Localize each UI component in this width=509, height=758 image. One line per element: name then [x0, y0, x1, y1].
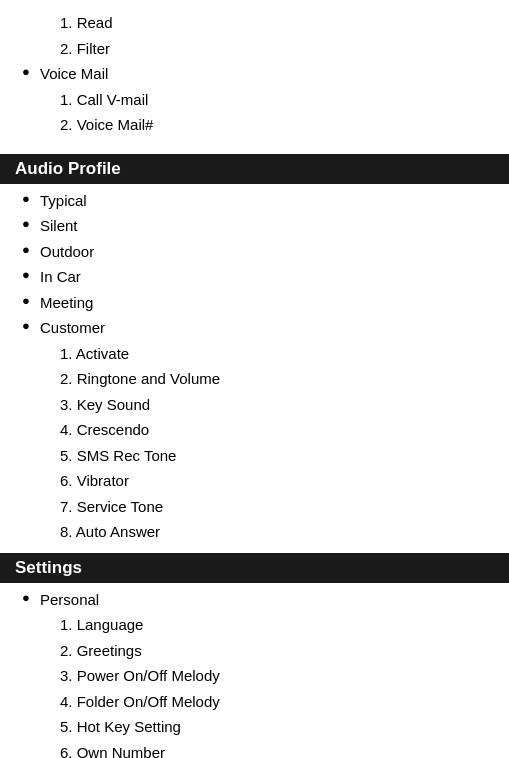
list-item: 5. SMS Rec Tone [20, 443, 489, 469]
header-label: Settings [15, 558, 82, 578]
list-item: Meeting [20, 290, 489, 316]
settings-header: Settings [0, 553, 509, 583]
top-section: 1. Read 2. Filter Voice Mail 1. Call V-m… [0, 10, 509, 146]
list-item: 2. Filter [20, 36, 489, 62]
list-item: 2. Voice Mail# [20, 112, 489, 138]
list-item: 1. Language [20, 612, 489, 638]
list-item: 8. Auto Answer [20, 519, 489, 545]
audio-profile-content: Typical Silent Outdoor In Car Meeting Cu… [0, 188, 509, 545]
list-item: 4. Crescendo [20, 417, 489, 443]
settings-content: Personal 1. Language 2. Greetings 3. Pow… [0, 587, 509, 759]
list-item: 2. Greetings [20, 638, 489, 664]
list-item: Voice Mail [20, 61, 489, 87]
audio-profile-header: Audio Profile [0, 154, 509, 184]
list-item: Outdoor [20, 239, 489, 265]
list-item: 4. Folder On/Off Melody [20, 689, 489, 715]
list-item: 7. Service Tone [20, 494, 489, 520]
list-item: Typical [20, 188, 489, 214]
list-item: In Car [20, 264, 489, 290]
list-item: 1. Call V-mail [20, 87, 489, 113]
list-item: 6. Vibrator [20, 468, 489, 494]
header-label: Audio Profile [15, 159, 121, 179]
list-item: 1. Activate [20, 341, 489, 367]
list-item: 1. Read [20, 10, 489, 36]
list-item: 5. Hot Key Setting [20, 714, 489, 740]
list-item: 3. Key Sound [20, 392, 489, 418]
list-item: Personal [20, 587, 489, 613]
list-item: Silent [20, 213, 489, 239]
list-item: 3. Power On/Off Melody [20, 663, 489, 689]
list-item: 2. Ringtone and Volume [20, 366, 489, 392]
list-item: Customer [20, 315, 489, 341]
list-item: 6. Own Number [20, 740, 489, 759]
